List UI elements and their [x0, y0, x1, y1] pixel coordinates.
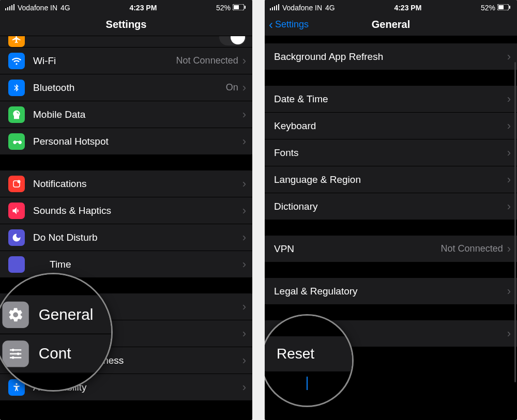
battery-label: 52% — [216, 4, 231, 12]
svg-rect-24 — [498, 5, 504, 9]
scroll-indicator — [514, 62, 516, 382]
hotspot-icon — [8, 133, 25, 150]
back-label: Settings — [275, 19, 309, 30]
control-icon — [3, 340, 29, 367]
chevron-right-icon: › — [242, 205, 246, 216]
legal-label: Legal & Regulatory — [274, 286, 507, 297]
page-title: Settings — [106, 19, 147, 30]
carrier-label: Vodafone IN — [282, 4, 322, 12]
svg-point-11 — [16, 383, 17, 384]
row-sounds[interactable]: Sounds & Haptics › — [0, 197, 252, 224]
svg-rect-3 — [11, 5, 12, 10]
chevron-right-icon: › — [507, 243, 511, 255]
vpn-label: VPN — [274, 243, 441, 255]
nav-bar: Settings — [0, 13, 252, 36]
mobiledata-label: Mobile Data — [33, 109, 242, 120]
chevron-right-icon: › — [242, 232, 246, 243]
wifi-value: Not Connected — [176, 55, 238, 66]
row-vpn[interactable]: VPN Not Connected › — [265, 236, 517, 262]
dictionary-label: Dictionary — [274, 201, 507, 212]
svg-rect-17 — [10, 356, 21, 357]
chevron-right-icon: › — [242, 301, 246, 313]
svg-rect-21 — [276, 5, 277, 10]
row-dnd[interactable]: Do Not Disturb › — [0, 224, 252, 251]
general-screen: Vodafone IN 4G 4:23 PM 52% ‹ Settings Ge… — [265, 0, 517, 420]
time-label: 4:23 PM — [129, 4, 157, 12]
chevron-right-icon: › — [242, 328, 246, 339]
row-bluetooth[interactable]: Bluetooth On › — [0, 74, 252, 101]
battery-icon — [497, 4, 511, 12]
time-label: 4:23 PM — [394, 4, 421, 12]
status-bar: Vodafone IN 4G 4:23 PM 52% — [265, 0, 517, 13]
svg-rect-6 — [234, 5, 239, 9]
bgrefresh-label: Background App Refresh — [274, 51, 507, 63]
sounds-icon — [8, 203, 25, 219]
row-mobiledata[interactable]: Mobile Data › — [0, 101, 252, 128]
bluetooth-icon — [8, 80, 25, 96]
row-legal[interactable]: Legal & Regulatory › — [265, 278, 517, 305]
keyboard-label: Keyboard — [274, 120, 507, 132]
row-airplane[interactable] — [0, 36, 252, 48]
mobiledata-icon — [8, 106, 25, 123]
svg-point-9 — [18, 180, 21, 183]
svg-rect-20 — [274, 6, 275, 10]
vpn-value: Not Connected — [441, 243, 503, 254]
screentime-label: Time — [33, 259, 242, 270]
chevron-left-icon: ‹ — [269, 19, 273, 31]
row-fonts[interactable]: Fonts › — [265, 139, 517, 166]
chevron-right-icon: › — [507, 174, 511, 185]
chevron-right-icon: › — [242, 136, 246, 147]
svg-rect-0 — [5, 8, 6, 10]
row-notifications[interactable]: Notifications › — [0, 170, 252, 197]
chevron-right-icon: › — [242, 82, 246, 94]
chevron-right-icon: › — [507, 94, 511, 105]
back-button[interactable]: ‹ Settings — [269, 19, 309, 31]
mag-general-label: General — [39, 305, 113, 323]
chevron-right-icon: › — [507, 286, 511, 297]
svg-rect-22 — [278, 4, 279, 10]
mag-reset-label: Reset — [277, 346, 314, 362]
page-title: General — [372, 19, 410, 30]
fonts-label: Fonts — [274, 147, 507, 159]
gear-icon — [3, 301, 29, 328]
hotspot-label: Personal Hotspot — [33, 136, 242, 147]
chevron-right-icon: › — [242, 55, 246, 67]
svg-rect-7 — [245, 6, 246, 9]
notifications-label: Notifications — [33, 178, 242, 190]
network-label: 4G — [325, 4, 335, 12]
row-keyboard[interactable]: Keyboard › — [265, 113, 517, 139]
chevron-right-icon: › — [242, 178, 246, 190]
signal-icon — [270, 4, 279, 12]
wifi-icon — [8, 53, 25, 69]
airplane-icon — [8, 36, 25, 47]
chevron-right-icon: › — [507, 328, 511, 339]
chevron-right-icon: › — [242, 382, 246, 393]
sounds-label: Sounds & Haptics — [33, 205, 242, 216]
svg-rect-2 — [9, 6, 10, 10]
chevron-right-icon: › — [242, 109, 246, 120]
chevron-right-icon: › — [507, 120, 511, 132]
svg-rect-18 — [270, 8, 271, 10]
row-language[interactable]: Language & Region › — [265, 166, 517, 193]
row-datetime[interactable]: Date & Time › — [265, 86, 517, 113]
notifications-icon — [8, 176, 25, 192]
wifi-label: Wi-Fi — [33, 55, 176, 67]
svg-rect-19 — [272, 7, 273, 10]
dnd-icon — [8, 229, 25, 246]
chevron-right-icon: › — [242, 259, 246, 270]
battery-icon — [233, 4, 246, 12]
row-hotspot[interactable]: Personal Hotspot › — [0, 128, 252, 155]
mag-cont-label: Cont — [39, 345, 113, 363]
row-wifi[interactable]: Wi-Fi Not Connected › — [0, 48, 252, 74]
row-screentime[interactable]: Time › — [0, 251, 252, 278]
signal-icon — [5, 4, 14, 12]
language-label: Language & Region — [274, 174, 507, 185]
row-dictionary[interactable]: Dictionary › — [265, 193, 517, 220]
network-label: 4G — [60, 4, 70, 12]
settings-screen: Vodafone IN 4G 4:23 PM 52% Settings — [0, 0, 252, 420]
bluetooth-label: Bluetooth — [33, 82, 226, 94]
airplane-toggle[interactable] — [219, 36, 246, 45]
row-bgrefresh[interactable]: Background App Refresh › — [265, 43, 517, 70]
chevron-right-icon: › — [507, 51, 511, 63]
svg-rect-15 — [10, 353, 21, 354]
